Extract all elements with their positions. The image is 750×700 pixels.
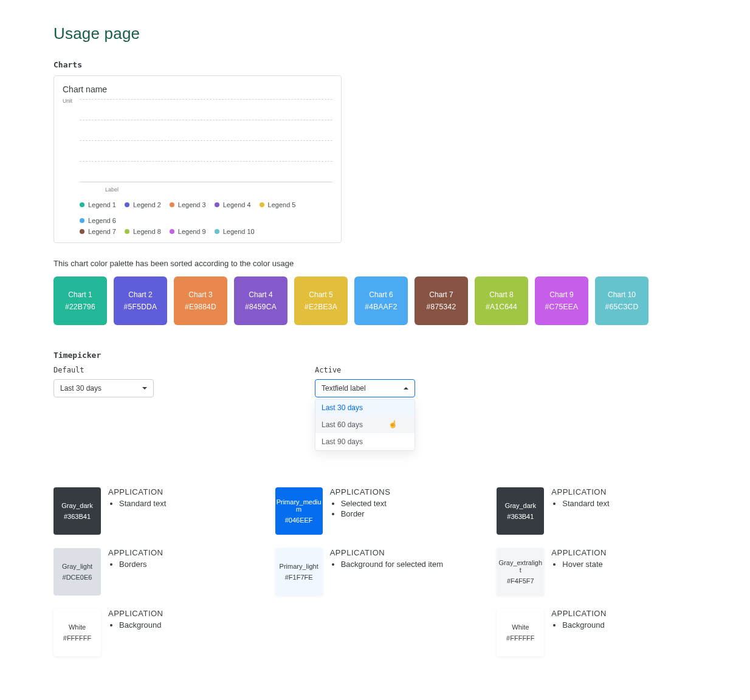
chart-plot-area: Unit Label [63,99,332,196]
color-spec: Gray_dark#363B41APPLICATIONStandard text [53,487,253,535]
spec-heading: APPLICATION [108,609,163,618]
spec-use-item: Background [119,620,163,630]
swatch-name: Chart 5 [309,290,332,299]
swatch-name: Chart 8 [489,290,513,299]
spec-name: Gray_extralight [498,559,543,574]
spec-use-item: Standard text [119,499,166,508]
palette-swatch: Chart 6#4BAAF2 [354,276,408,325]
swatch-name: Chart 4 [249,290,272,299]
color-spec: White#FFFFFFAPPLICATIONBackground [53,609,253,656]
color-spec: Primary_medium#046EEFAPPLICATIONSSelecte… [275,487,475,535]
legend-label: Legend 3 [178,201,206,208]
palette-swatch: Chart 4#8459CA [234,276,287,325]
section-charts-label: Charts [53,60,697,69]
spec-text: APPLICATIONBackground for selected item [330,548,443,570]
legend-dot-icon [170,202,174,207]
spec-text: APPLICATIONHover state [551,548,607,570]
timepicker-active-label: Active [315,366,467,374]
timepicker-active-select[interactable]: Textfield label [315,379,415,397]
swatch-name: Chart 1 [68,290,92,299]
chart-x-label: Label [105,187,332,193]
spec-swatch: Primary_light#F1F7FE [275,548,323,595]
spec-heading: APPLICATION [108,548,163,557]
spec-text: APPLICATIONStandard text [108,487,166,509]
chart-card: Chart name Unit Label Legend 1Legend 2Le… [53,75,342,243]
spec-use-item: Selected text [341,499,391,508]
swatch-hex: #5F5DDA [124,303,157,311]
timepicker-default-select[interactable]: Last 30 days [53,379,154,397]
legend-item: Legend 4 [215,201,251,208]
legend-label: Legend 7 [88,228,116,235]
chevron-up-icon [404,387,408,389]
legend-label: Legend 10 [223,228,255,235]
swatch-hex: #8459CA [245,303,277,311]
spec-use-item: Hover state [562,560,607,569]
palette-swatch: Chart 8#A1C644 [475,276,528,325]
spec-text: APPLICATIONStandard text [551,487,609,509]
legend-dot-icon [215,229,219,234]
swatch-hex: #65C3CD [605,303,639,311]
chart-title: Chart name [63,84,332,94]
legend-item: Legend 9 [170,228,206,235]
spec-name: Gray_dark [505,502,536,509]
legend-dot-icon [170,229,174,234]
swatch-name: Chart 7 [429,290,453,299]
swatch-name: Chart 10 [608,290,636,299]
palette-swatch: Chart 5#E2BE3A [294,276,348,325]
spec-use-item: Border [341,509,391,518]
legend-label: Legend 8 [133,228,161,235]
spec-text: APPLICATIONBorders [108,548,163,570]
chart-legend: Legend 1Legend 2Legend 3Legend 4Legend 5… [63,201,332,235]
spec-hex: #F1F7FE [285,574,313,581]
palette-swatch: Chart 1#22B796 [53,276,107,325]
page-title: Usage page [53,24,697,43]
palette-swatch: Chart 10#65C3CD [595,276,649,325]
legend-dot-icon [80,202,84,207]
spec-swatch: Gray_dark#363B41 [53,487,101,535]
color-spec: Gray_light#DCE0E6APPLICATIONBorders [53,548,253,595]
spec-hex: #FFFFFF [63,634,91,642]
timepicker-option-90[interactable]: Last 90 days [315,433,415,450]
swatch-hex: #875342 [427,303,456,311]
spec-text: APPLICATIONSSelected textBorder [330,487,391,520]
timepicker-default: Default Last 30 days [53,366,205,451]
spec-heading: APPLICATION [551,548,607,557]
legend-dot-icon [80,229,84,234]
spec-text: APPLICATIONBackground [108,609,163,631]
timepicker-option-60[interactable]: Last 60 days ☝ [315,416,415,433]
color-spec-grid: Gray_dark#363B41APPLICATIONStandard text… [53,487,697,656]
chart-y-unit: Unit [63,98,72,104]
spec-hex: #046EEF [285,516,313,524]
legend-item: Legend 8 [125,228,161,235]
spec-heading: APPLICATION [330,548,443,557]
spec-use-item: Standard text [562,499,609,508]
palette-swatch: Chart 9#C75EEA [535,276,588,325]
color-spec: Gray_extralight#F4F5F7APPLICATIONHover s… [497,548,697,595]
spec-name: Gray_light [62,563,92,570]
legend-dot-icon [125,202,129,207]
timepicker-dropdown: Last 30 days Last 60 days ☝ Last 90 days [315,399,415,451]
legend-label: Legend 4 [223,201,251,208]
legend-item: Legend 10 [215,228,255,235]
timepicker-option-30[interactable]: Last 30 days [315,399,415,416]
legend-label: Legend 5 [268,201,296,208]
spec-hex: #363B41 [507,513,534,520]
swatch-hex: #A1C644 [486,303,517,311]
spec-heading: APPLICATION [551,487,609,496]
legend-label: Legend 9 [178,228,206,235]
legend-label: Legend 6 [88,217,116,224]
swatch-hex: #4BAAF2 [365,303,397,311]
spec-swatch: Primary_medium#046EEF [275,487,323,535]
spec-hex: #F4F5F7 [507,577,534,585]
spec-hex: #363B41 [64,513,91,520]
spec-use-item: Background for selected item [341,560,443,569]
spec-heading: APPLICATION [108,487,166,496]
spec-swatch: Gray_extralight#F4F5F7 [497,548,544,595]
chevron-down-icon [142,387,147,389]
legend-item: Legend 6 [80,217,116,224]
timepicker-default-value: Last 30 days [60,384,101,393]
spec-swatch: Gray_light#DCE0E6 [53,548,101,595]
spec-name: White [69,623,86,631]
timepicker-active-value: Textfield label [322,384,366,393]
palette-swatches: Chart 1#22B796Chart 2#5F5DDAChart 3#E988… [53,276,697,325]
